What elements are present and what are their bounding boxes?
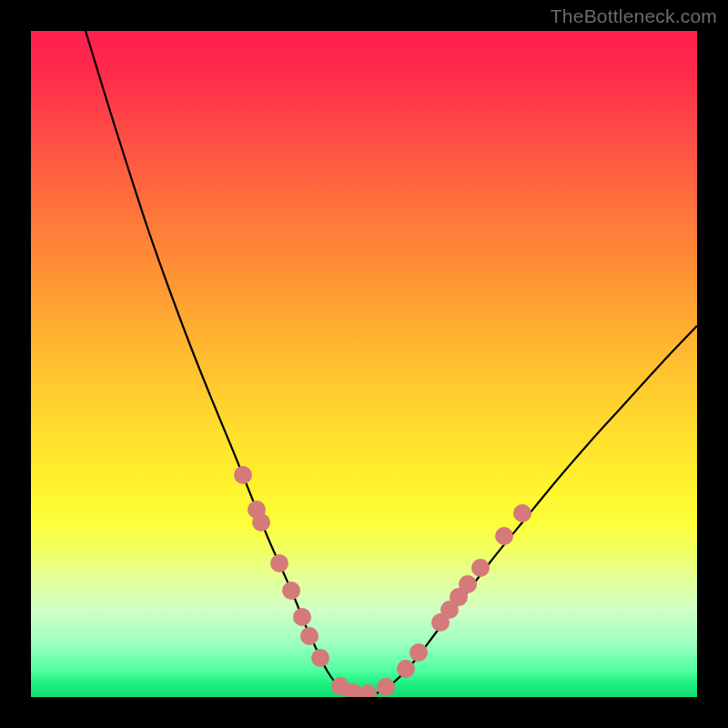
curve-dot [410,643,428,662]
curve-dot [459,575,477,593]
curve-dot [359,684,377,697]
curve-dot [397,660,415,678]
curve-dot [300,627,318,645]
chart-frame: TheBottleneck.com [0,0,728,728]
curve-layer [31,31,697,697]
bottleneck-curve [86,31,697,696]
curve-dot [513,504,531,522]
curve-dot [234,466,252,484]
curve-dot [311,649,329,667]
curve-dot [471,559,490,577]
curve-dots-group [234,466,531,697]
watermark-text: TheBottleneck.com [551,5,717,27]
curve-dot [270,554,288,572]
plot-area [31,31,697,697]
curve-dot [377,678,395,696]
curve-dot [252,513,270,531]
curve-dot [495,527,513,545]
curve-dot [282,581,300,600]
curve-dot [293,608,311,626]
